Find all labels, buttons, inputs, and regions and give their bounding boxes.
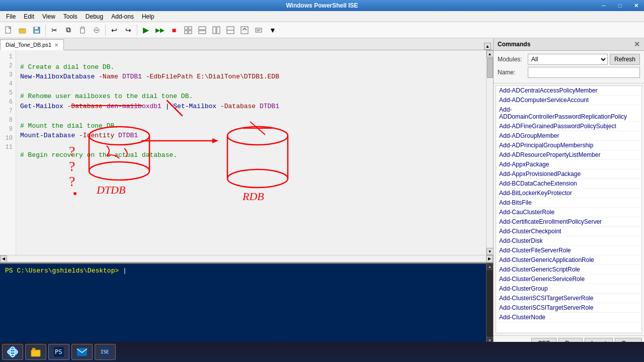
editor-content[interactable]: 1 2 3 4 5 6 7 8 9 10 11: [0, 50, 486, 255]
list-item[interactable]: Add-ClusterGroup: [496, 284, 641, 294]
maximize-button[interactable]: □: [612, 0, 628, 11]
svg-rect-14: [199, 31, 206, 34]
refresh-button[interactable]: Refresh: [610, 54, 640, 65]
code-line-2: # Create a dial tone DB.: [20, 62, 482, 72]
command-list[interactable]: Add-ADCentralAccessPolicyMember Add-ADCo…: [496, 85, 642, 333]
code-line-9: Mount-Database -Identity DTDB1: [20, 131, 482, 141]
list-item[interactable]: Add-BitsFile: [496, 198, 641, 208]
terminal-content[interactable]: PS C:\Users\gshields\Desktop> |: [0, 263, 486, 344]
name-input[interactable]: [528, 67, 640, 78]
menu-debug[interactable]: Debug: [82, 12, 107, 21]
menu-file[interactable]: File: [2, 12, 20, 21]
minimize-button[interactable]: ─: [596, 0, 612, 11]
list-item[interactable]: Add-ClusterCheckpoint: [496, 227, 641, 236]
editor-split: Dial_Tone_DB.ps1 ✕ ▲ 1 2 3 4 5: [0, 38, 493, 351]
taskbar-powershell-ise[interactable]: ISE: [95, 344, 116, 360]
code-line-8: # Mount the dial tone DB.: [20, 121, 482, 131]
taskbar-powershell[interactable]: PS: [48, 344, 69, 360]
list-item[interactable]: Add-ClusterDisk: [496, 236, 641, 246]
menu-edit[interactable]: Edit: [20, 12, 38, 21]
tab-label: Dial_Tone_DB.ps1: [6, 42, 51, 48]
tab-close-button[interactable]: ✕: [54, 42, 58, 48]
h-scroll-track: [7, 255, 486, 262]
script-pane-button[interactable]: [238, 24, 251, 37]
list-item[interactable]: Add-ClusterFileServerRole: [496, 246, 641, 255]
list-item[interactable]: Add-ClusterGenericServiceRole: [496, 275, 641, 284]
run-button[interactable]: ▶: [139, 24, 152, 37]
taskbar-explorer[interactable]: [25, 344, 46, 360]
panel1-button[interactable]: [196, 24, 209, 37]
tab-scroll-up[interactable]: ▲: [484, 43, 491, 50]
run-selection-button[interactable]: ▶▶: [153, 24, 167, 37]
list-item[interactable]: Add-AppxProvisionedPackage: [496, 169, 641, 179]
close-button[interactable]: ✕: [628, 0, 644, 11]
list-item[interactable]: Add-ADComputerServiceAccount: [496, 96, 641, 105]
taskbar-outlook[interactable]: [71, 344, 93, 360]
terminal-pane: PS C:\Users\gshields\Desktop> | ▲ ▼ ◀ ▶: [0, 263, 493, 351]
stop-button[interactable]: ■: [168, 24, 181, 37]
options-button[interactable]: ▼: [266, 24, 279, 37]
cut-button[interactable]: ✂: [48, 24, 61, 37]
new-button[interactable]: [2, 24, 15, 37]
list-item[interactable]: Add-ADResourcePropertyListMember: [496, 150, 641, 160]
scroll-right-arrow[interactable]: ▶: [486, 255, 493, 262]
scroll-down-arrow[interactable]: ▼: [487, 248, 494, 255]
main-container: Dial_Tone_DB.ps1 ✕ ▲ 1 2 3 4 5: [0, 38, 644, 351]
list-item[interactable]: Add-ADFineGrainedPasswordPolicySubject: [496, 122, 641, 131]
code-line-7: [20, 111, 482, 121]
list-item[interactable]: Add-ClusterNode: [496, 313, 641, 322]
upper-editor: Dial_Tone_DB.ps1 ✕ ▲ 1 2 3 4 5: [0, 38, 493, 263]
code-line-1: [20, 52, 482, 62]
svg-point-30: [89, 162, 149, 180]
list-item[interactable]: Add-ADDomainControllerPasswordReplicatio…: [496, 105, 641, 122]
scroll-thumb[interactable]: [487, 58, 493, 78]
code-line-10: [20, 141, 482, 151]
list-item[interactable]: Add-AppxPackage: [496, 160, 641, 169]
svg-rect-12: [189, 31, 192, 34]
open-button[interactable]: [16, 24, 29, 37]
list-item[interactable]: Add-ClusteriSCSITargetServerRole: [496, 294, 641, 303]
scroll-left-arrow[interactable]: ◀: [0, 255, 7, 262]
modules-select[interactable]: All: [528, 54, 608, 65]
list-item[interactable]: Add-CauClusterRole: [496, 208, 641, 217]
code-editor[interactable]: # Create a dial tone DB. New-MailboxData…: [16, 50, 486, 255]
menu-tools[interactable]: Tools: [59, 12, 82, 21]
terminal-prompt: PS C:\Users\gshields\Desktop> |: [5, 267, 481, 275]
list-item[interactable]: Add-ClusterGenericScriptRole: [496, 265, 641, 275]
taskbar: PS ISE: [0, 342, 644, 362]
list-item[interactable]: Add-ClusteriSCSITargetServerRole: [496, 303, 641, 313]
menu-view[interactable]: View: [38, 12, 59, 21]
list-item[interactable]: Add-ADCentralAccessPolicyMember: [496, 86, 641, 96]
svg-rect-4: [35, 31, 39, 33]
list-item[interactable]: Add-BCDataCacheExtension: [496, 179, 641, 189]
svg-rect-51: [77, 348, 87, 356]
terminal-vscrollbar[interactable]: ▲ ▼: [486, 263, 493, 344]
panel3-button[interactable]: [224, 24, 237, 37]
svg-rect-10: [189, 27, 192, 30]
menu-addons[interactable]: Add-ons: [107, 12, 138, 21]
show-commands-button[interactable]: [252, 24, 265, 37]
code-line-5: # Rehome user mailboxes to the dial tone…: [20, 92, 482, 102]
list-item[interactable]: Add-ADGroupMember: [496, 131, 641, 141]
menu-help[interactable]: Help: [138, 12, 158, 21]
list-item[interactable]: Add-CertificateEnrollmentPolicyServer: [496, 217, 641, 227]
script-tab[interactable]: Dial_Tone_DB.ps1 ✕: [0, 39, 64, 50]
commands-close-button[interactable]: ✕: [634, 40, 640, 48]
taskbar-ie[interactable]: [2, 344, 23, 360]
paste-button[interactable]: [76, 24, 89, 37]
list-item[interactable]: Add-ClusterGenericApplicationRole: [496, 255, 641, 265]
copy-button[interactable]: ⧉: [62, 24, 75, 37]
undo-button[interactable]: ↩: [108, 24, 121, 37]
scroll-up-arrow[interactable]: ▲: [487, 50, 494, 57]
save-button[interactable]: [30, 24, 43, 37]
expand-button[interactable]: [182, 24, 195, 37]
list-item[interactable]: Add-ADPrincipalGroupMembership: [496, 141, 641, 150]
svg-text:PS: PS: [55, 348, 62, 355]
list-item[interactable]: Add-BitLockerKeyProtector: [496, 189, 641, 198]
editor-hscrollbar[interactable]: ◀ ▶: [0, 255, 493, 262]
panel2-button[interactable]: [210, 24, 223, 37]
editor-vscrollbar[interactable]: ▲ ▼: [486, 50, 493, 255]
clear-button[interactable]: [90, 24, 103, 37]
terminal-scroll-up[interactable]: ▲: [487, 263, 494, 270]
redo-button[interactable]: ↪: [122, 24, 135, 37]
